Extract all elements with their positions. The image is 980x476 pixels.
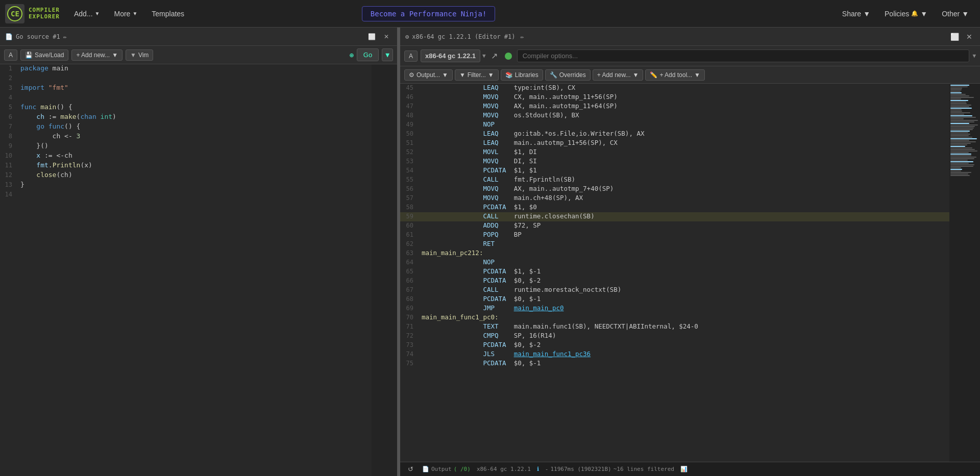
minimap-line: [950, 112, 970, 113]
add-new-left-button[interactable]: + Add new... ▼: [71, 49, 122, 61]
asm-line-content: main_main_pc212:: [419, 249, 949, 258]
minimap-line: [950, 135, 969, 136]
asm-line: 46 MOVQ CX, main..autotmp_11+56(SP): [400, 93, 949, 102]
libraries-button[interactable]: 📚 Libraries: [501, 69, 543, 81]
panel-header-controls: ⬜ ✕: [365, 32, 392, 42]
line-number: 2: [0, 74, 18, 84]
line-content: ch := make(chan int): [18, 113, 397, 122]
maximize-left-button[interactable]: ⬜: [365, 32, 379, 42]
more-menu-button[interactable]: More ▼: [109, 7, 142, 21]
asm-line-number: 63: [400, 249, 419, 258]
minimap-line: [950, 131, 970, 132]
output-icon: 📄: [422, 466, 429, 472]
promo-link[interactable]: Performance Ninja!: [409, 10, 487, 18]
edit-compiler-icon[interactable]: ✏️: [521, 33, 524, 40]
add-tool-button[interactable]: ✏️ + Add tool... ▼: [645, 69, 705, 81]
asm-line: 59 CALL runtime.closechan(SB): [400, 212, 949, 221]
policies-arrow-icon: ▼: [920, 10, 927, 18]
compiler-options-input[interactable]: [517, 49, 970, 62]
asm-line: 47 MOVQ AX, main..autotmp_11+64(SP): [400, 102, 949, 111]
other-button[interactable]: Other ▼: [936, 7, 975, 21]
minimap-line: [950, 85, 969, 86]
asm-line-content: MOVQ AX, main..autotmp_11+64(SP): [419, 102, 949, 111]
refresh-button[interactable]: ↺: [405, 464, 416, 474]
compiler-dropdown-arrow-icon[interactable]: ▼: [482, 53, 486, 59]
filter-button[interactable]: ▼ Filter... ▼: [455, 69, 499, 81]
minimap-line: [950, 109, 962, 110]
asm-line: 66 PCDATA $0, $-2: [400, 277, 949, 286]
asm-line: 60 ADDQ $72, SP: [400, 221, 949, 231]
asm-lines: 45 LEAQ type:int(SB), CX46 MOVQ CX, main…: [400, 84, 949, 462]
compiler-tab: ⚙️ x86-64 gc 1.22.1 (Editor #1) ✏️: [405, 33, 524, 40]
templates-button[interactable]: Templates: [146, 7, 189, 21]
minimap-line: [950, 86, 968, 87]
minimap-line: [950, 152, 969, 153]
right-header-icons: ⬜ ✕: [948, 32, 975, 42]
compiler-toolbar: A x86-64 gc 1.22.1 ▼ ↗ ▼: [400, 46, 980, 66]
asm-minimap: [949, 84, 980, 462]
asm-output[interactable]: 45 LEAQ type:int(SB), CX46 MOVQ CX, main…: [400, 84, 980, 462]
filter-icon: ▼: [459, 71, 465, 79]
line-content: [18, 93, 397, 103]
asm-line-content: PCDATA $0, $-1: [419, 295, 949, 304]
minimap-line: [950, 91, 961, 92]
asm-line: 62 RET: [400, 240, 949, 249]
source-tab: 📄 Go source #1 ✏️: [5, 33, 67, 40]
asm-line-content: NOP: [419, 258, 949, 267]
promo-banner: Become a Performance Ninja!: [362, 6, 496, 21]
close-right-button[interactable]: ✕: [964, 32, 975, 42]
open-in-new-button[interactable]: ↗: [489, 49, 500, 63]
asm-line: 45 LEAQ type:int(SB), CX: [400, 84, 949, 93]
save-icon: 💾: [25, 52, 33, 59]
close-left-button[interactable]: ✕: [381, 32, 392, 42]
compiler-name-button[interactable]: x86-64 gc 1.22.1: [421, 49, 480, 62]
asm-link[interactable]: main_main_func1_pc36: [514, 350, 591, 358]
asm-line: 69 JMP main_main_pc0: [400, 304, 949, 313]
minimap-line: [950, 126, 975, 127]
asm-line-content: MOVQ DI, SI: [419, 157, 949, 166]
output-arrow-icon: ▼: [442, 71, 448, 79]
asm-line: 48 MOVQ os.Stdout(SB), BX: [400, 111, 949, 120]
code-line: 5func main() {: [0, 103, 397, 113]
code-editor[interactable]: 1package main2 3import "fmt"4 5func main…: [0, 64, 397, 476]
line-number: 4: [0, 93, 18, 103]
lang-dropdown-arrow[interactable]: ▼: [382, 48, 393, 61]
line-content: package main: [18, 64, 397, 74]
asm-line-content: RET: [419, 240, 949, 249]
asm-line: 74 JLS main_main_func1_pc36: [400, 350, 949, 359]
minimap-line: [950, 163, 969, 164]
asm-line-content: PCDATA $1, $-1: [419, 267, 949, 277]
asm-link[interactable]: main_main_pc0: [514, 304, 564, 312]
font-size-button[interactable]: A: [4, 49, 17, 61]
run-button[interactable]: Go: [357, 48, 379, 61]
add-menu-button[interactable]: Add... ▼: [69, 7, 105, 21]
edit-source-icon[interactable]: ✏️: [63, 33, 67, 40]
line-content: ch <- 3: [18, 132, 397, 142]
share-button[interactable]: Share ▼: [836, 7, 876, 21]
overrides-button[interactable]: 🔧 Overrides: [545, 69, 591, 81]
maximize-right-button[interactable]: ⬜: [948, 32, 962, 42]
asm-line-content: PCDATA $0, $-2: [419, 341, 949, 350]
save-load-button[interactable]: 💾 Save/Load: [20, 49, 68, 61]
add-new-right-button[interactable]: + Add new... ▼: [593, 69, 644, 81]
code-line: 6 ch := make(chan int): [0, 113, 397, 122]
compiler-font-button[interactable]: A: [404, 51, 418, 62]
minimap-line: [950, 98, 961, 99]
asm-line-number: 68: [400, 295, 419, 304]
add-tool-arrow-icon: ▼: [694, 71, 700, 79]
line-content: func main() {: [18, 103, 397, 113]
compiler-options-arrow-icon[interactable]: ▼: [972, 53, 976, 59]
asm-line-number: 65: [400, 267, 419, 277]
minimap-line: [950, 102, 966, 103]
asm-line: 55 CALL fmt.Fprintln(SB): [400, 176, 949, 185]
minimap-line: [950, 97, 974, 98]
asm-line-content: PCDATA $0, $-1: [419, 359, 949, 368]
asm-line: 64 NOP: [400, 258, 949, 267]
output-settings-button[interactable]: ⚙ Output... ▼: [404, 69, 453, 81]
asm-line: 61 POPQ BP: [400, 231, 949, 240]
policies-button[interactable]: Policies 🔔 ▼: [878, 7, 934, 21]
code-line: 3import "fmt": [0, 84, 397, 93]
vim-button[interactable]: ▼ Vim: [126, 49, 153, 61]
minimap-line: [950, 111, 962, 112]
minimap-line: [950, 144, 967, 145]
